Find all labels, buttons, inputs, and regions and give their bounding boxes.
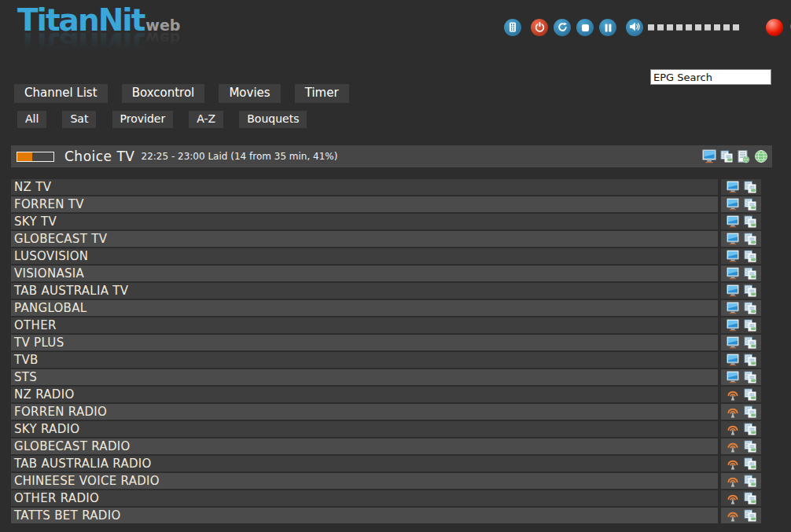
channel-name[interactable]: LUSOVISION: [11, 248, 718, 264]
top-control-bar: [504, 17, 791, 38]
radio-icon[interactable]: [727, 457, 739, 470]
volume-level-square[interactable]: [648, 24, 654, 31]
channel-row-actions: [721, 179, 761, 195]
radio-icon[interactable]: [727, 405, 739, 418]
tv-icon[interactable]: [727, 215, 739, 228]
volume-level-square[interactable]: [695, 24, 701, 31]
channel-name[interactable]: TV PLUS: [11, 335, 718, 350]
channel-row: OTHER RADIO: [11, 490, 761, 506]
volume-level-square[interactable]: [723, 24, 730, 31]
epg-list-icon[interactable]: [744, 250, 756, 262]
volume-mute-button[interactable]: [626, 19, 643, 36]
epg-list-icon[interactable]: [744, 284, 756, 297]
volume-level-square[interactable]: [657, 24, 664, 31]
nav-boxcontrol[interactable]: Boxcontrol: [122, 84, 205, 103]
volume-level-bar: [648, 24, 742, 31]
volume-level-square[interactable]: [705, 24, 711, 31]
radio-icon[interactable]: [727, 509, 739, 522]
current-event-info: 22:25 - 23:00 Laid (14 from 35 min, 41%): [142, 151, 338, 162]
channel-name[interactable]: NZ RADIO: [11, 387, 718, 402]
epg-list-icon[interactable]: [744, 354, 756, 366]
record-indicator[interactable]: [766, 19, 783, 36]
channel-name[interactable]: TAB AUSTRALIA RADIO: [11, 456, 718, 471]
channel-name[interactable]: OTHER RADIO: [11, 490, 718, 506]
epg-list-icon[interactable]: [744, 267, 756, 280]
volume-level-square[interactable]: [667, 24, 673, 31]
radio-icon[interactable]: [727, 423, 739, 435]
epg-list-icon[interactable]: [744, 302, 756, 314]
filter-all[interactable]: All: [17, 111, 46, 128]
volume-level-square[interactable]: [733, 24, 739, 31]
tv-icon[interactable]: [727, 181, 739, 193]
epg-list-icon[interactable]: [744, 319, 756, 332]
tv-icon[interactable]: [727, 371, 739, 383]
channel-name[interactable]: TVB: [11, 352, 718, 368]
filter-sat[interactable]: Sat: [62, 111, 96, 128]
channel-name[interactable]: GLOBECAST TV: [11, 231, 718, 247]
radio-icon[interactable]: [727, 388, 739, 401]
remote-control-button[interactable]: [504, 19, 521, 36]
epg-list-icon[interactable]: [744, 215, 756, 228]
channel-name[interactable]: SKY RADIO: [11, 421, 718, 437]
channel-row: NZ RADIO: [11, 387, 761, 402]
filter-bouquets[interactable]: Bouquets: [239, 111, 307, 128]
tv-icon[interactable]: [727, 354, 739, 366]
epg-list-icon[interactable]: [744, 336, 756, 349]
epg-list-icon[interactable]: [744, 371, 756, 383]
globe-icon[interactable]: [754, 149, 768, 163]
channel-name[interactable]: PANGLOBAL: [11, 300, 718, 316]
tv-icon[interactable]: [727, 233, 739, 245]
epg-list-icon[interactable]: [744, 440, 756, 453]
tv-icon[interactable]: [727, 336, 739, 349]
monitor-icon[interactable]: [702, 149, 716, 163]
epg-list-icon[interactable]: [744, 457, 756, 470]
main-nav: Channel List Boxcontrol Movies Timer: [14, 84, 359, 103]
channel-name[interactable]: FORREN RADIO: [11, 404, 718, 420]
tv-icon[interactable]: [727, 198, 739, 211]
epg-list-icon[interactable]: [720, 150, 733, 163]
channel-name[interactable]: STS: [11, 369, 718, 385]
epg-list-icon[interactable]: [744, 475, 756, 487]
pause-button[interactable]: [599, 19, 616, 36]
tv-icon[interactable]: [727, 250, 739, 262]
tv-icon[interactable]: [727, 302, 739, 314]
epg-list-icon[interactable]: [744, 405, 756, 418]
tv-icon[interactable]: [727, 319, 739, 332]
page-globe-icon[interactable]: [737, 150, 750, 163]
volume-level-square[interactable]: [714, 24, 720, 31]
epg-list-icon[interactable]: [744, 181, 756, 193]
volume-level-square[interactable]: [676, 24, 682, 31]
stop-button[interactable]: [576, 19, 594, 36]
filter-provider[interactable]: Provider: [112, 111, 174, 128]
nav-movies[interactable]: Movies: [219, 84, 280, 103]
nav-timer[interactable]: Timer: [295, 84, 349, 103]
epg-search-input[interactable]: [650, 69, 771, 85]
radio-icon[interactable]: [727, 440, 739, 453]
channel-name[interactable]: VISIONASIA: [11, 266, 718, 281]
channel-name[interactable]: GLOBECAST RADIO: [11, 438, 718, 454]
channel-name[interactable]: OTHER: [11, 317, 718, 333]
epg-list-icon[interactable]: [744, 388, 756, 401]
channel-row-actions: [721, 438, 761, 454]
epg-list-icon[interactable]: [744, 423, 756, 435]
epg-list-icon[interactable]: [744, 492, 756, 504]
channel-name[interactable]: NZ TV: [11, 179, 718, 195]
nav-channel-list[interactable]: Channel List: [14, 84, 108, 103]
epg-list-icon[interactable]: [744, 233, 756, 245]
channel-name[interactable]: FORREN TV: [11, 196, 718, 212]
volume-level-square[interactable]: [686, 24, 692, 31]
reboot-button[interactable]: [554, 19, 571, 36]
now-playing-actions: [698, 149, 768, 163]
channel-name[interactable]: SKY TV: [11, 214, 718, 229]
channel-name[interactable]: TAB AUSTRALIA TV: [11, 283, 718, 299]
tv-icon[interactable]: [727, 267, 739, 280]
filter-az[interactable]: A-Z: [189, 111, 223, 128]
power-button[interactable]: [531, 19, 548, 36]
tv-icon[interactable]: [727, 284, 739, 297]
radio-icon[interactable]: [727, 492, 739, 504]
epg-list-icon[interactable]: [744, 509, 756, 522]
radio-icon[interactable]: [727, 475, 739, 487]
channel-name[interactable]: TATTS BET RADIO: [11, 508, 718, 523]
channel-name[interactable]: CHINEESE VOICE RADIO: [11, 473, 718, 489]
epg-list-icon[interactable]: [744, 198, 756, 211]
